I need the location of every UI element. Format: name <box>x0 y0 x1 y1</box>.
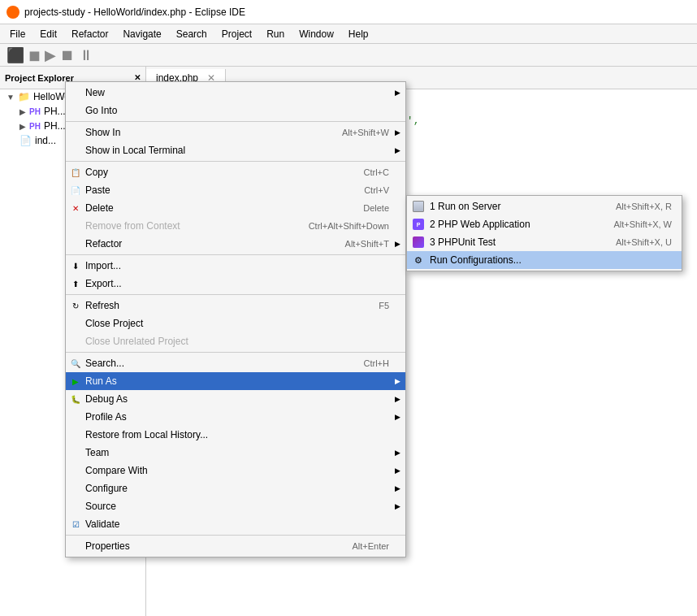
menu-run[interactable]: Run <box>260 27 291 41</box>
run-as-icon: ▶ <box>69 375 82 388</box>
paste-icon: 📄 <box>69 184 82 197</box>
import-icon: ⬇ <box>69 259 82 272</box>
delete-icon: ✕ <box>69 202 82 215</box>
tree-arrow-ph1: ▶ <box>19 107 26 116</box>
ctx-export[interactable]: ⬆ Export... <box>66 275 405 293</box>
ctx-sep-6 <box>66 535 405 536</box>
php-icon-1: PH <box>29 107 41 116</box>
menu-refactor[interactable]: Refactor <box>65 27 115 41</box>
tree-label-ph2: PH... <box>44 120 66 132</box>
ctx-sep-3 <box>66 254 405 255</box>
menu-bar: File Edit Refactor Navigate Search Proje… <box>0 24 697 44</box>
menu-window[interactable]: Window <box>292 27 340 41</box>
ctx-source[interactable]: Source <box>66 497 405 515</box>
ctx-restore-history[interactable]: Restore from Local History... <box>66 426 405 444</box>
copy-icon: 📋 <box>69 166 82 179</box>
ctx-remove-context: Remove from Context Ctrl+Alt+Shift+Down <box>66 217 405 235</box>
ctx-sep-5 <box>66 352 405 353</box>
ctx-team[interactable]: Team <box>66 444 405 462</box>
tree-label-ph1: PH... <box>44 106 66 117</box>
menu-search[interactable]: Search <box>170 27 214 41</box>
context-menu: New Go Into Show In Alt+Shift+W Show in … <box>65 81 406 557</box>
export-icon: ⬆ <box>69 277 82 290</box>
sub-run-config[interactable]: ⚙ Run Configurations... <box>407 251 682 269</box>
sub-php-web[interactable]: P 2 PHP Web Application Alt+Shift+X, W <box>407 215 682 233</box>
ctx-debug-as[interactable]: 🐛 Debug As <box>66 390 405 408</box>
ctx-run-as[interactable]: ▶ Run As <box>66 372 405 390</box>
debug-icon: 🐛 <box>69 393 82 406</box>
ctx-validate[interactable]: ☑ Validate <box>66 515 405 533</box>
ctx-paste[interactable]: 📄 Paste Ctrl+V <box>66 181 405 199</box>
eclipse-icon <box>6 6 19 19</box>
php-web-icon: P <box>412 218 425 231</box>
ctx-profile-as[interactable]: Profile As <box>66 408 405 426</box>
sub-run-server[interactable]: 1 Run on Server Alt+Shift+X, R <box>407 197 682 215</box>
menu-file[interactable]: File <box>3 27 32 41</box>
ctx-sep-4 <box>66 294 405 295</box>
run-config-icon: ⚙ <box>412 254 425 267</box>
phpunit-icon <box>412 236 425 249</box>
submenu-runas: 1 Run on Server Alt+Shift+X, R P 2 PHP W… <box>406 195 682 271</box>
menu-edit[interactable]: Edit <box>33 27 63 41</box>
ctx-new[interactable]: New <box>66 84 405 102</box>
folder-icon-helloworld: 📁 <box>18 91 30 102</box>
toolbar: ⬛ ◼ ▶ ⏹ ⏸ <box>0 44 697 67</box>
ctx-show-in[interactable]: Show In Alt+Shift+W <box>66 124 405 141</box>
explorer-title: Project Explorer <box>5 73 74 83</box>
ctx-search[interactable]: 🔍 Search... Ctrl+H <box>66 354 405 372</box>
search-icon: 🔍 <box>69 357 82 370</box>
ctx-refresh[interactable]: ↻ Refresh F5 <box>66 297 405 315</box>
ctx-close-project[interactable]: Close Project <box>66 315 405 332</box>
server-icon <box>412 200 425 213</box>
refresh-icon: ↻ <box>69 299 82 312</box>
ctx-go-into[interactable]: Go Into <box>66 102 405 119</box>
ctx-close-unrelated: Close Unrelated Project <box>66 332 405 350</box>
menu-project[interactable]: Project <box>215 27 258 41</box>
menu-help[interactable]: Help <box>342 27 375 41</box>
tree-arrow-ph2: ▶ <box>19 122 26 131</box>
window-title: projects-study - HelloWorld/index.php - … <box>24 7 245 18</box>
tree-arrow-helloworld: ▼ <box>6 93 15 102</box>
ctx-copy[interactable]: 📋 Copy Ctrl+C <box>66 163 405 181</box>
validate-icon: ☑ <box>69 518 82 531</box>
ctx-sep-2 <box>66 161 405 162</box>
ctx-import[interactable]: ⬇ Import... <box>66 257 405 275</box>
tree-icon-ind: 📄 <box>19 135 32 146</box>
ctx-refactor[interactable]: Refactor Alt+Shift+T <box>66 235 405 253</box>
ctx-show-local[interactable]: Show in Local Terminal <box>66 141 405 159</box>
ctx-configure[interactable]: Configure <box>66 479 405 497</box>
menu-navigate[interactable]: Navigate <box>116 27 167 41</box>
tree-label-ind: ind... <box>35 135 56 146</box>
ctx-sep-1 <box>66 121 405 122</box>
ctx-properties[interactable]: Properties Alt+Enter <box>66 537 405 555</box>
ctx-compare-with[interactable]: Compare With <box>66 462 405 479</box>
title-bar: projects-study - HelloWorld/index.php - … <box>0 0 697 24</box>
php-icon-2: PH <box>29 122 41 131</box>
sub-phpunit[interactable]: 3 PHPUnit Test Alt+Shift+X, U <box>407 233 682 251</box>
toolbar-icons: ⬛ ◼ ▶ ⏹ ⏸ <box>3 46 97 64</box>
ctx-delete[interactable]: ✕ Delete Delete <box>66 199 405 217</box>
